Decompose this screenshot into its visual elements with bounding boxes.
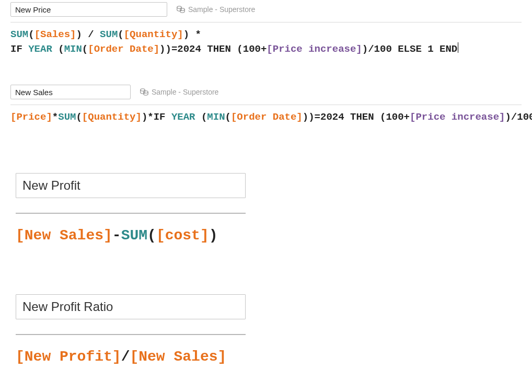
formula-token: )/100 ELSE 1 END bbox=[362, 43, 457, 55]
formula-token: ) bbox=[303, 111, 308, 123]
formula-token: MIN bbox=[207, 111, 225, 123]
formula-editor[interactable]: [Price]*SUM([Quantity])*IF YEAR (MIN([Or… bbox=[10, 110, 522, 125]
formula-token: )=2024 THEN (100+ bbox=[166, 43, 267, 55]
formula-token: ( bbox=[82, 43, 88, 55]
formula-token: [New Profit] bbox=[16, 349, 121, 365]
calc-name-input[interactable] bbox=[16, 173, 246, 198]
formula-token: SUM bbox=[10, 29, 28, 40]
formula-editor[interactable]: SUM([Sales]) / SUM([Quantity]) * IF YEAR… bbox=[10, 28, 522, 56]
svg-point-2 bbox=[141, 89, 145, 91]
formula-token: [Price increase] bbox=[267, 43, 362, 55]
calc-editor: Sample - Superstore SUM([Sales]) / SUM([… bbox=[0, 0, 532, 61]
formula-editor[interactable]: [New Profit]/[New Sales] bbox=[16, 348, 256, 366]
datasource-icon bbox=[140, 88, 148, 96]
formula-token: )/100 ELSE 1 END bbox=[505, 111, 532, 123]
formula-token: ) bbox=[76, 29, 82, 40]
formula-token: * bbox=[52, 111, 58, 123]
formula-token: )=2024 THEN (100+ bbox=[308, 111, 410, 123]
formula-token: [Price] bbox=[10, 111, 52, 123]
formula-token: ( bbox=[28, 29, 34, 40]
formula-token: ) bbox=[209, 227, 218, 244]
svg-point-1 bbox=[180, 8, 184, 10]
formula-token: SUM bbox=[58, 111, 76, 123]
calc-header: Sample - Superstore bbox=[10, 2, 522, 17]
formula-token: ( bbox=[118, 29, 123, 40]
svg-point-0 bbox=[177, 6, 181, 8]
calc-name-input[interactable] bbox=[16, 294, 246, 319]
divider bbox=[10, 22, 522, 22]
calc-header: Sample - Superstore bbox=[10, 85, 522, 99]
calc-name-input[interactable] bbox=[10, 2, 167, 17]
formula-token: [cost] bbox=[156, 227, 209, 244]
formula-token: / bbox=[121, 349, 130, 365]
svg-point-3 bbox=[144, 91, 148, 93]
calc-editor: Sample - Superstore [Price]*SUM([Quantit… bbox=[0, 83, 532, 129]
formula-token: [Order Date] bbox=[231, 111, 303, 123]
formula-token: ( bbox=[52, 43, 64, 55]
formula-token: SUM bbox=[100, 29, 118, 40]
formula-token: / bbox=[82, 29, 100, 40]
formula-token: YEAR bbox=[28, 43, 52, 55]
formula-token: [Quantity] bbox=[82, 111, 142, 123]
formula-token: ( bbox=[225, 111, 231, 123]
formula-token: [New Sales] bbox=[130, 349, 226, 365]
formula-token: ( bbox=[195, 111, 207, 123]
datasource-icon bbox=[177, 6, 185, 13]
formula-token: [Price increase] bbox=[410, 111, 505, 123]
formula-editor[interactable]: [New Sales]-SUM([cost]) bbox=[16, 226, 256, 245]
divider bbox=[16, 213, 246, 214]
calc-name-input[interactable] bbox=[10, 85, 131, 99]
formula-token: [Sales] bbox=[34, 29, 76, 40]
formula-token: [New Sales] bbox=[16, 227, 112, 244]
formula-token: * bbox=[189, 29, 201, 40]
formula-token: YEAR bbox=[171, 111, 195, 123]
formula-token: ) bbox=[159, 43, 165, 55]
formula-token: ( bbox=[76, 111, 82, 123]
formula-token: [Order Date] bbox=[88, 43, 159, 55]
formula-token: ( bbox=[147, 227, 156, 244]
calc-editor: [New Profit]/[New Sales] bbox=[0, 284, 272, 372]
formula-token: MIN bbox=[64, 43, 82, 55]
datasource-name: Sample - Superstore bbox=[188, 5, 255, 14]
datasource-label[interactable]: Sample - Superstore bbox=[177, 5, 255, 14]
formula-token: - bbox=[112, 227, 121, 244]
divider bbox=[16, 334, 246, 335]
formula-token: ) bbox=[142, 111, 147, 123]
formula-token: IF bbox=[10, 43, 28, 55]
formula-token: SUM bbox=[121, 227, 147, 244]
datasource-label[interactable]: Sample - Superstore bbox=[140, 88, 218, 96]
text-caret bbox=[458, 42, 458, 53]
calc-editor: [New Sales]-SUM([cost]) bbox=[0, 163, 272, 250]
divider bbox=[10, 105, 522, 105]
formula-token: [Quantity] bbox=[124, 29, 183, 40]
formula-token: *IF bbox=[147, 111, 171, 123]
datasource-name: Sample - Superstore bbox=[152, 88, 218, 96]
formula-token: ) bbox=[183, 29, 189, 40]
